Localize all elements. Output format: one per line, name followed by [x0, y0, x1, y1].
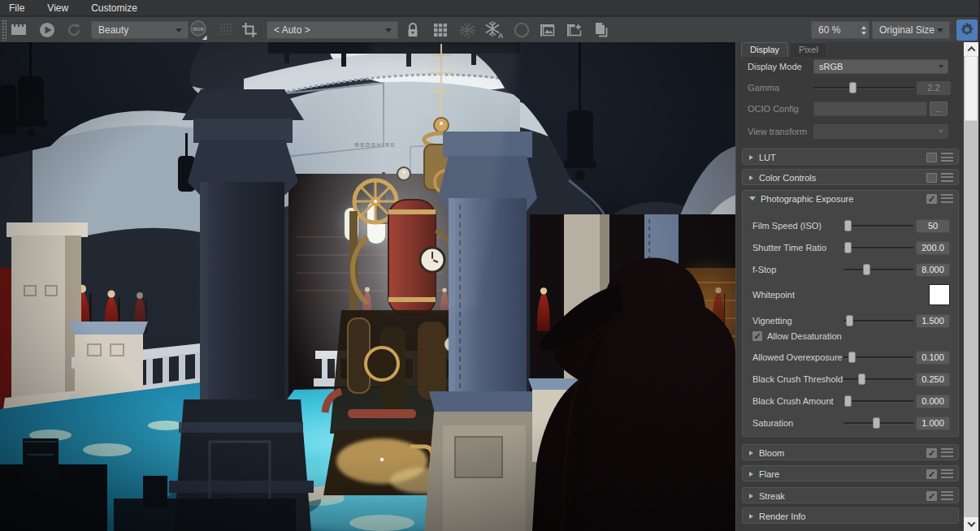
section-bloom-header[interactable]: Bloom	[743, 445, 958, 460]
copy-image-button[interactable]	[591, 19, 612, 41]
color-sample-button[interactable]	[511, 19, 532, 41]
shutter-knob[interactable]	[844, 242, 852, 253]
tab-pixel[interactable]: Pixel	[790, 42, 827, 57]
vignetting-knob[interactable]	[846, 315, 853, 326]
show-image-button[interactable]	[537, 19, 558, 41]
film-speed-slider[interactable]	[843, 219, 913, 232]
dot-grid-icon	[219, 22, 235, 38]
black-crush-threshold-slider[interactable]	[843, 373, 913, 386]
film-speed-knob[interactable]	[844, 220, 852, 231]
render-viewport[interactable]: REDSHIRE	[0, 42, 735, 531]
section-flare-header[interactable]: Flare	[743, 466, 958, 481]
section-menu-icon[interactable]	[941, 153, 953, 162]
region-dropdown[interactable]: < Auto >	[267, 21, 398, 39]
crop-region-button[interactable]	[239, 19, 260, 41]
collapse-arrow-icon	[749, 451, 753, 455]
channel-dropdown-value: Beauty	[98, 24, 128, 36]
add-image-button[interactable]	[564, 19, 585, 41]
collapse-arrow-icon	[749, 494, 753, 499]
channels-grid-button[interactable]	[430, 19, 451, 41]
section-bloom: Bloom	[742, 444, 959, 460]
scrollbar-down-button[interactable]	[964, 517, 978, 531]
gamma-slider-knob[interactable]	[849, 82, 856, 93]
black-crush-amount-label: Black Crush Amount	[752, 396, 843, 406]
freeze-button[interactable]	[457, 19, 478, 41]
gamma-value[interactable]: 2.2	[917, 81, 951, 95]
display-mode-dropdown[interactable]: sRGB	[813, 59, 948, 74]
black-crush-amount-value[interactable]: 0.000	[916, 395, 950, 408]
section-menu-icon[interactable]	[941, 194, 953, 203]
gamma-row: Gamma 2.2	[736, 80, 965, 96]
menu-customize[interactable]: Customize	[80, 0, 149, 16]
section-bloom-checkbox[interactable]	[926, 448, 937, 458]
film-speed-label: Film Speed (ISO)	[752, 221, 843, 231]
ocio-row: OCIO Config ...	[736, 101, 965, 117]
section-lut-checkbox[interactable]	[926, 153, 937, 162]
vignetting-slider[interactable]	[843, 314, 913, 327]
allowed-overexposure-value[interactable]: 0.100	[916, 351, 950, 365]
section-photographic-exposure-header[interactable]: Photographic Exposure	[743, 191, 958, 206]
section-streak-checkbox[interactable]	[926, 491, 937, 501]
scrollbar-up-button[interactable]	[964, 42, 978, 56]
black-crush-threshold-value[interactable]: 0.250	[916, 373, 950, 386]
render-play-button[interactable]	[37, 19, 58, 41]
crop-icon	[241, 22, 258, 38]
fstop-knob[interactable]	[863, 264, 870, 275]
shutter-slider[interactable]	[843, 241, 913, 254]
lock-button[interactable]	[402, 19, 423, 41]
saturation-slider[interactable]	[843, 417, 913, 430]
view-transform-dropdown[interactable]	[813, 124, 948, 139]
scrollbar-thumb[interactable]	[965, 56, 978, 121]
settings-button[interactable]	[956, 19, 978, 41]
whitepoint-color-swatch[interactable]	[929, 284, 950, 305]
channel-dropdown[interactable]: Beauty	[91, 21, 189, 39]
allowed-overexposure-slider[interactable]	[843, 351, 913, 364]
menu-file[interactable]: File	[0, 0, 36, 16]
allowed-overexposure-knob[interactable]	[848, 352, 856, 363]
pixel-grid-button[interactable]	[216, 19, 237, 41]
saturation-value[interactable]: 1.000	[916, 417, 950, 430]
section-flare-checkbox[interactable]	[926, 469, 937, 479]
allow-desaturation-checkbox[interactable]	[752, 331, 762, 341]
section-menu-icon[interactable]	[941, 448, 953, 457]
section-lut-header[interactable]: LUT	[743, 149, 958, 165]
svg-text:A: A	[498, 32, 504, 40]
fstop-value[interactable]: 8.000	[916, 263, 950, 277]
vignetting-value[interactable]: 1.500	[916, 314, 950, 328]
image-icon	[539, 21, 557, 39]
zoom-spinner[interactable]: 60 %	[811, 21, 869, 39]
saturation-knob[interactable]	[873, 417, 880, 429]
toolbar-drag-handle[interactable]	[2, 19, 7, 41]
section-color-controls-header[interactable]: Color Controls	[743, 170, 958, 185]
display-mode-row: Display Mode sRGB	[736, 58, 965, 75]
section-photographic-exposure-checkbox[interactable]	[926, 194, 937, 204]
auto-freeze-button[interactable]: A	[483, 19, 505, 41]
fstop-slider[interactable]	[843, 263, 913, 276]
section-menu-icon[interactable]	[941, 173, 953, 182]
film-speed-value[interactable]: 50	[916, 219, 950, 233]
black-crush-amount-slider[interactable]	[843, 395, 913, 408]
ocio-browse-button[interactable]: ...	[930, 101, 947, 116]
vignette-overlay	[0, 42, 735, 531]
refresh-button[interactable]	[63, 19, 85, 41]
panel-scrollbar[interactable]	[964, 42, 978, 531]
save-image-button[interactable]	[8, 19, 29, 41]
menu-view[interactable]: View	[36, 0, 80, 16]
section-menu-icon[interactable]	[941, 491, 953, 500]
shutter-value[interactable]: 200.0	[916, 241, 950, 255]
section-render-info: Render Info	[742, 507, 959, 524]
rgb-channels-button[interactable]: RGB	[189, 19, 210, 41]
size-dropdown[interactable]: Original Size	[872, 21, 950, 39]
black-crush-amount-knob[interactable]	[844, 395, 852, 407]
gamma-slider[interactable]	[813, 81, 914, 94]
spinner-down-icon	[861, 32, 866, 35]
tab-display[interactable]: Display	[741, 42, 788, 57]
zoom-spinner-buttons[interactable]	[858, 22, 869, 38]
section-color-controls-checkbox[interactable]	[926, 173, 937, 183]
section-menu-icon[interactable]	[941, 469, 953, 478]
section-streak-header[interactable]: Streak	[743, 488, 958, 503]
ocio-path-field[interactable]	[813, 101, 927, 116]
black-crush-threshold-knob[interactable]	[858, 373, 865, 385]
region-dropdown-value: < Auto >	[274, 24, 310, 36]
section-render-info-header[interactable]: Render Info	[743, 508, 958, 524]
